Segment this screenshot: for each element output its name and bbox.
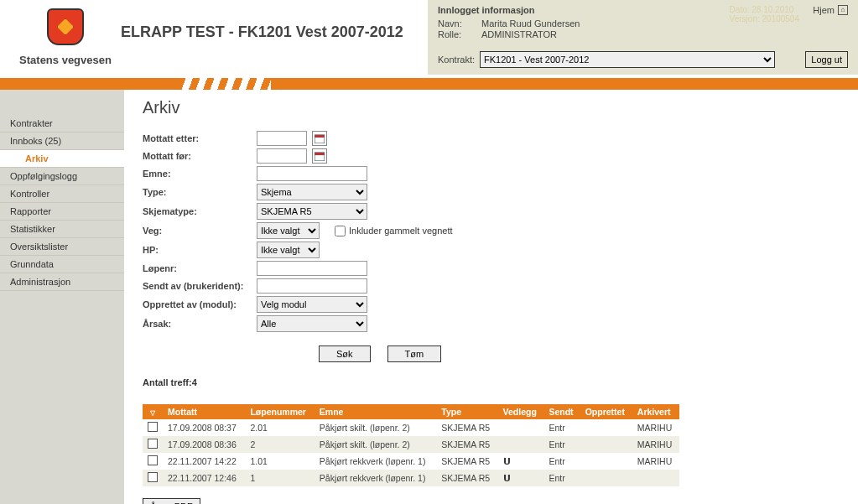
- th-sendt[interactable]: Sendt: [543, 404, 580, 419]
- kontrakt-label: Kontrakt:: [438, 55, 475, 65]
- sidebar-item-oversiktslister[interactable]: Oversiktslister: [0, 238, 124, 256]
- checkbox-inkluder[interactable]: [335, 226, 346, 236]
- open-pdf-button[interactable]: Åpne PDF: [143, 498, 200, 504]
- cell-opprettet: [580, 436, 632, 453]
- cal-mottatt-for-icon[interactable]: [312, 148, 327, 164]
- sidebar-item-rapporter[interactable]: Rapporter: [0, 203, 124, 221]
- sidebar-item-kontrakter[interactable]: Kontrakter: [0, 115, 124, 132]
- table-row[interactable]: 17.09.2008 08:372.01Påkjørt skilt. (løpe…: [143, 419, 679, 436]
- cell-lopenummer: 1.01: [245, 453, 314, 470]
- th-mottatt[interactable]: Mottatt: [163, 404, 245, 419]
- header: Statens vegvesen ELRAPP TEST - FK1201 Ve…: [0, 0, 858, 75]
- logg-ut-button[interactable]: Logg ut: [805, 51, 848, 68]
- row-checkbox[interactable]: [148, 472, 158, 482]
- faded-version: Versjon: 20100504: [730, 14, 799, 23]
- row-checkbox[interactable]: [148, 455, 158, 465]
- role-label: Rolle:: [438, 29, 481, 39]
- sidebar-item-statistikker[interactable]: Statistikker: [0, 221, 124, 238]
- sidebar: Kontrakter Innboks (25) Arkiv Oppfølging…: [0, 90, 124, 504]
- input-emne[interactable]: [257, 166, 367, 181]
- label-mottatt-for: Mottatt før:: [143, 151, 257, 161]
- cell-lopenummer: 2.01: [245, 419, 314, 436]
- input-mottatt-etter[interactable]: [257, 131, 307, 146]
- layout: Kontrakter Innboks (25) Arkiv Oppfølging…: [0, 90, 858, 504]
- select-arsak[interactable]: Alle: [257, 315, 367, 332]
- label-emne: Emne:: [143, 169, 257, 179]
- th-type[interactable]: Type: [436, 404, 497, 419]
- kontrakt-row: Kontrakt: FK1201 - Vest 2007-2012 Logg u…: [438, 51, 848, 68]
- select-opprettet-av[interactable]: Velg modul: [257, 296, 367, 313]
- sidebar-item-administrasjon[interactable]: Administrasjon: [0, 273, 124, 291]
- logo-icon: [40, 7, 91, 50]
- app-title: ELRAPP TEST - FK1201 Vest 2007-2012: [121, 23, 403, 41]
- sidebar-item-grunndata[interactable]: Grunndata: [0, 256, 124, 273]
- sok-button[interactable]: Søk: [319, 346, 371, 362]
- cell-arkivert: [632, 470, 679, 486]
- results-table: ▽ Mottatt Løpenummer Emne Type Vedlegg S…: [143, 404, 679, 486]
- svg-rect-3: [315, 153, 325, 155]
- cell-lopenummer: 1: [245, 470, 314, 486]
- info-role: Rolle: ADMINISTRATOR: [438, 29, 848, 39]
- cell-sendt: Entr: [543, 453, 580, 470]
- page-title: Arkiv: [143, 98, 845, 117]
- cell-emne: Påkjørt rekkverk (løpenr. 1): [315, 470, 437, 486]
- tom-button[interactable]: Tøm: [387, 346, 442, 362]
- th-lopenummer[interactable]: Løpenummer: [245, 404, 314, 419]
- brand-text: Statens vegvesen: [19, 54, 112, 66]
- treff-label: Antall treff:4: [143, 377, 845, 387]
- th-vedlegg[interactable]: Vedlegg: [498, 404, 544, 419]
- table-row[interactable]: 22.11.2007 14:221.01Påkjørt rekkverk (lø…: [143, 453, 679, 470]
- cell-vedlegg: [498, 436, 544, 453]
- label-sendt-av: Sendt av (brukerident):: [143, 281, 268, 291]
- label-arsak: Årsak:: [143, 319, 257, 329]
- label-type: Type:: [143, 187, 257, 197]
- sidebar-item-kontroller[interactable]: Kontroller: [0, 185, 124, 203]
- label-opprettet-av: Opprettet av (modul):: [143, 299, 268, 309]
- sidebar-item-oppfolgingslogg[interactable]: Oppfølgingslogg: [0, 168, 124, 185]
- th-opprettet[interactable]: Opprettet: [580, 404, 632, 419]
- label-mottatt-etter: Mottatt etter:: [143, 133, 257, 143]
- th-checkbox[interactable]: ▽: [143, 404, 163, 419]
- sidebar-item-arkiv[interactable]: Arkiv: [0, 150, 124, 168]
- select-type[interactable]: Skjema: [257, 184, 367, 200]
- table-row[interactable]: 17.09.2008 08:362Påkjørt skilt. (løpenr.…: [143, 436, 679, 453]
- label-skjematype: Skjematype:: [143, 206, 257, 216]
- paperclip-icon: 𝗨: [503, 456, 511, 466]
- cell-arkivert: MARIHU: [632, 436, 679, 453]
- cell-vedlegg: 𝗨: [498, 470, 544, 486]
- cell-opprettet: [580, 470, 632, 486]
- cell-vedlegg: 𝗨: [498, 453, 544, 470]
- svg-rect-1: [315, 135, 325, 138]
- label-lopenr: Løpenr:: [143, 263, 257, 273]
- th-arkivert[interactable]: Arkivert: [632, 404, 679, 419]
- home-label: Hjem: [813, 5, 835, 15]
- select-skjematype[interactable]: SKJEMA R5: [257, 203, 367, 220]
- cell-mottatt: 22.11.2007 12:46: [163, 470, 245, 486]
- cell-type: SKJEMA R5: [436, 470, 497, 486]
- input-sendt-av[interactable]: [257, 278, 367, 294]
- label-veg: Veg:: [143, 226, 257, 236]
- table-row[interactable]: 22.11.2007 12:461Påkjørt rekkverk (løpen…: [143, 470, 679, 486]
- home-link[interactable]: Hjem ⌂: [813, 5, 848, 15]
- cell-type: SKJEMA R5: [436, 436, 497, 453]
- input-mottatt-for[interactable]: [257, 148, 307, 164]
- input-lopenr[interactable]: [257, 261, 367, 276]
- cell-vedlegg: [498, 419, 544, 436]
- cell-sendt: Entr: [543, 470, 580, 486]
- brand: Statens vegvesen: [15, 7, 116, 66]
- cell-type: SKJEMA R5: [436, 419, 497, 436]
- th-emne[interactable]: Emne: [315, 404, 437, 419]
- cell-opprettet: [580, 453, 632, 470]
- cell-type: SKJEMA R5: [436, 453, 497, 470]
- row-checkbox[interactable]: [148, 422, 158, 432]
- name-value: Marita Ruud Gundersen: [481, 18, 580, 29]
- kontrakt-select[interactable]: FK1201 - Vest 2007-2012: [480, 51, 775, 68]
- cell-emne: Påkjørt skilt. (løpenr. 2): [315, 436, 437, 453]
- select-hp[interactable]: Ikke valgt: [257, 242, 320, 258]
- label-inkluder: Inkluder gammelt vegnett: [349, 226, 453, 236]
- cal-mottatt-etter-icon[interactable]: [312, 131, 327, 146]
- row-checkbox[interactable]: [148, 439, 158, 449]
- select-veg[interactable]: Ikke valgt: [257, 222, 320, 239]
- sidebar-item-innboks[interactable]: Innboks (25): [0, 132, 124, 150]
- cell-mottatt: 17.09.2008 08:37: [163, 419, 245, 436]
